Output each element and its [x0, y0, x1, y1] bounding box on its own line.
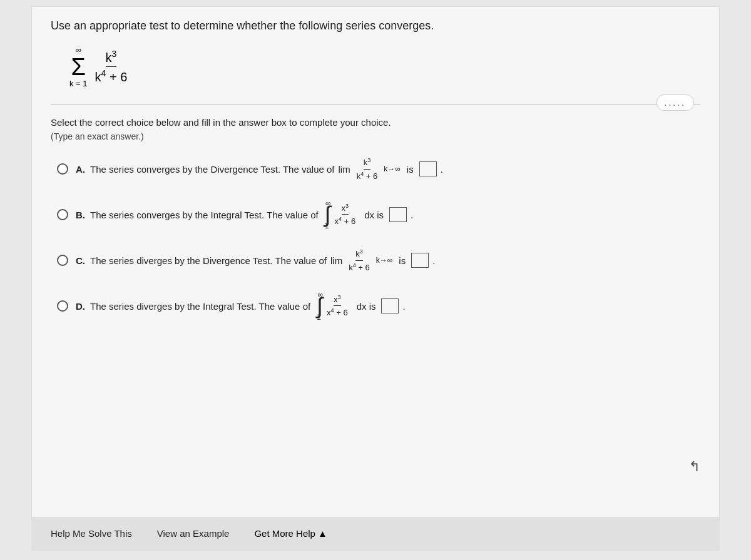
choice-d-answer-box[interactable] — [381, 298, 399, 313]
choice-label-a: A. — [76, 164, 85, 175]
sigma-block: ∞ Σ k = 1 — [69, 45, 88, 88]
choice-b-denominator: x4 + 6 — [335, 215, 356, 226]
choice-d-integral: ∞ ∫ 1 x3 x4 + 6 — [317, 291, 350, 321]
choice-text-d: D. The series diverges by the Integral T… — [76, 291, 406, 321]
choice-c-answer-box[interactable] — [411, 253, 429, 268]
chevron-up-icon: ▲ — [318, 528, 327, 539]
help-me-solve-button[interactable]: Help Me Solve This — [51, 528, 132, 539]
radio-d[interactable] — [57, 300, 68, 312]
radio-b[interactable] — [57, 209, 68, 220]
choice-b-answer-box[interactable] — [389, 207, 407, 222]
choice-label-c: C. — [76, 255, 85, 266]
choice-text-a: A. The series converges by the Divergenc… — [76, 157, 443, 181]
sigma-symbol: Σ — [71, 55, 86, 79]
integral-content-d: x3 x4 + 6 — [324, 294, 350, 322]
choice-a-lim-sub: k→∞ — [384, 165, 401, 173]
choice-text-c: C. The series diverges by the Divergence… — [76, 248, 435, 272]
integral-lower-b: 1 — [325, 222, 329, 230]
choice-row-c: C. The series diverges by the Divergence… — [57, 248, 700, 272]
view-an-example-button[interactable]: View an Example — [157, 528, 230, 539]
choice-b-period: . — [411, 210, 413, 220]
dots-badge: ..... — [656, 94, 694, 111]
choice-d-denominator: x4 + 6 — [327, 306, 348, 317]
instructions-line2: (Type an exact answer.) — [51, 131, 700, 141]
choice-c-lim-sub: k→∞ — [376, 256, 393, 265]
series-denominator: k4 + 6 — [95, 67, 128, 84]
choice-b-fraction: x3 x4 + 6 — [335, 203, 356, 227]
choice-c-numerator: k3 — [355, 248, 363, 260]
choice-row-b: B. The series converges by the Integral … — [57, 200, 700, 230]
choice-a-is: is — [407, 164, 414, 175]
integral-symbol-b: ∞ ∫ 1 — [325, 200, 331, 230]
main-container: Use an appropriate test to determine whe… — [31, 6, 720, 551]
choice-d-dx-is: dx is — [357, 301, 376, 312]
cursor-icon: ↱ — [689, 459, 700, 475]
choice-a-lim-label: lim — [339, 164, 350, 175]
divider — [51, 104, 700, 104]
radio-a[interactable] — [57, 163, 68, 175]
problem-title: Use an appropriate test to determine whe… — [51, 19, 700, 33]
integral-lower-d: 1 — [317, 313, 321, 321]
instructions-line1: Select the correct choice below and fill… — [51, 117, 700, 128]
choice-b-dx-is: dx is — [364, 210, 384, 220]
choice-row-d: D. The series diverges by the Integral T… — [57, 291, 700, 321]
choices-container: A. The series converges by the Divergenc… — [57, 157, 700, 321]
choice-b-integral: ∞ ∫ 1 x3 x4 + 6 — [325, 200, 358, 230]
lower-limit: k = 1 — [69, 79, 88, 89]
choice-c-lim-label: lim — [330, 255, 342, 266]
choice-c-period: . — [432, 255, 435, 266]
choice-d-period: . — [402, 301, 405, 312]
choice-b-text-before: The series converges by the Integral Tes… — [90, 210, 319, 220]
choice-a-fraction: k3 k4 + 6 — [357, 157, 378, 181]
choice-c-text-before: The series diverges by the Divergence Te… — [90, 255, 327, 266]
choice-a-numerator: k3 — [364, 157, 371, 169]
integral-content-b: x3 x4 + 6 — [332, 203, 359, 230]
choice-label-d: D. — [76, 301, 85, 312]
choice-a-period: . — [441, 164, 443, 175]
choice-d-numerator: x3 — [334, 294, 341, 306]
choice-label-b: B. — [76, 210, 85, 220]
choice-a-answer-box[interactable] — [419, 161, 437, 176]
series-numerator: k3 — [106, 49, 117, 67]
choice-b-numerator: x3 — [342, 203, 349, 215]
choice-c-denominator: k4 + 6 — [349, 261, 370, 272]
choice-d-fraction: x3 x4 + 6 — [327, 294, 348, 318]
choice-row-a: A. The series converges by the Divergenc… — [57, 157, 700, 181]
choice-a-denominator: k4 + 6 — [357, 170, 378, 181]
choice-c-is: is — [399, 255, 406, 266]
choice-text-b: B. The series converges by the Integral … — [76, 200, 413, 230]
bottom-bar: Help Me Solve This View an Example Get M… — [32, 517, 719, 550]
choice-c-fraction: k3 k4 + 6 — [349, 248, 370, 272]
choice-a-text-before: The series converges by the Divergence T… — [90, 164, 335, 175]
get-more-help-button[interactable]: Get More Help ▲ — [254, 528, 327, 539]
get-more-help-label: Get More Help — [254, 528, 315, 539]
series-display: ∞ Σ k = 1 k3 k4 + 6 — [69, 45, 700, 88]
integral-symbol-d: ∞ ∫ 1 — [317, 291, 323, 321]
radio-c[interactable] — [57, 255, 68, 266]
series-fraction: k3 k4 + 6 — [95, 49, 128, 84]
choice-d-text-before: The series diverges by the Integral Test… — [90, 301, 310, 312]
